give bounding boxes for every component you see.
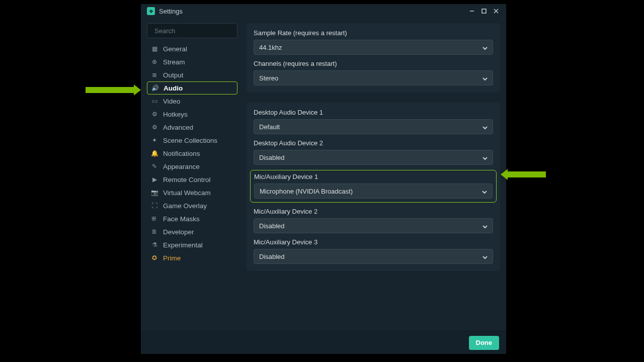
shield-icon: ⛨ (151, 215, 158, 222)
select-value: Stereo (259, 74, 278, 82)
sidebar-item-notifications[interactable]: 🔔Notifications (147, 147, 237, 160)
field-label: Channels (requires a restart) (254, 60, 493, 67)
sidebar-item-general[interactable]: ▦General (147, 42, 237, 55)
sidebar-item-face-masks[interactable]: ⛨Face Masks (147, 212, 237, 225)
field: Mic/Auxiliary Device 1Microphone (NVIDIA… (250, 170, 497, 203)
sidebar-item-label: Developer (163, 228, 194, 236)
sparkle-icon: ✦ (151, 137, 158, 144)
sidebar-item-output[interactable]: ≣Output (147, 68, 237, 81)
select-value: Default (259, 123, 280, 131)
sidebar-item-label: Prime (163, 254, 181, 262)
select-value: Microphone (NVIDIA Broadcast) (260, 188, 353, 195)
sidebar-item-label: Audio (164, 84, 183, 92)
sidebar-item-audio[interactable]: 🔊Audio (147, 81, 237, 95)
settings-group: Sample Rate (requires a restart)44.1khzC… (247, 23, 500, 93)
grid-icon: ▦ (151, 45, 158, 52)
globe-icon: ⊕ (151, 58, 158, 65)
svg-rect-1 (482, 9, 486, 13)
settings-window: ❖ Settings ▦General⊕Stream≣Output🔊Audio▭… (141, 4, 506, 354)
flask-icon: ⚗ (151, 241, 158, 248)
annotation-arrow-left (86, 86, 141, 94)
sidebar-item-developer[interactable]: 🗎Developer (147, 225, 237, 238)
sidebar-item-label: Advanced (163, 124, 193, 131)
camera-icon: 📷 (151, 189, 158, 196)
select-dropdown[interactable]: Disabled (254, 150, 493, 165)
sidebar-item-remote-control[interactable]: ▶Remote Control (147, 173, 237, 186)
sidebar-item-video[interactable]: ▭Video (147, 95, 237, 108)
sidebar-item-scene-collections[interactable]: ✦Scene Collections (147, 134, 237, 147)
sidebar-item-game-overlay[interactable]: ⛶Game Overlay (147, 199, 237, 212)
field-label: Mic/Auxiliary Device 3 (254, 238, 493, 246)
sidebar-item-label: Game Overlay (163, 202, 207, 210)
file-icon: 🗎 (151, 228, 158, 235)
sidebar-nav: ▦General⊕Stream≣Output🔊Audio▭Video⚙Hotke… (147, 42, 237, 264)
select-value: Disabled (259, 222, 285, 230)
select-dropdown[interactable]: Disabled (254, 249, 493, 264)
expand-icon: ⛶ (151, 202, 158, 209)
sidebar: ▦General⊕Stream≣Output🔊Audio▭Video⚙Hotke… (147, 23, 237, 331)
sidebar-item-label: Output (163, 71, 184, 79)
sidebar-item-label: Remote Control (163, 176, 211, 184)
sidebar-item-stream[interactable]: ⊕Stream (147, 55, 237, 68)
field: Channels (requires a restart)Stereo (254, 60, 493, 85)
gear-icon: ⚙ (151, 111, 158, 118)
footer: Done (141, 331, 506, 354)
field-label: Mic/Auxiliary Device 1 (254, 173, 493, 180)
main-panel: Sample Rate (requires a restart)44.1khzC… (247, 23, 500, 331)
close-button[interactable] (490, 5, 502, 17)
sidebar-item-label: Hotkeys (163, 111, 188, 118)
field-label: Desktop Audio Device 2 (254, 139, 493, 147)
settings-group: Desktop Audio Device 1DefaultDesktop Aud… (247, 103, 500, 271)
select-dropdown[interactable]: Microphone (NVIDIA Broadcast) (254, 184, 493, 199)
chevron-down-icon (482, 223, 488, 228)
done-button[interactable]: Done (469, 336, 500, 350)
select-value: Disabled (259, 253, 285, 260)
speaker-icon: 🔊 (151, 84, 158, 92)
field: Desktop Audio Device 1Default (254, 109, 493, 134)
minimize-button[interactable] (466, 5, 478, 17)
sidebar-item-virtual-webcam[interactable]: 📷Virtual Webcam (147, 186, 237, 199)
titlebar: ❖ Settings (141, 4, 506, 18)
field-label: Mic/Auxiliary Device 2 (254, 208, 493, 215)
field-label: Desktop Audio Device 1 (254, 109, 493, 116)
bell-icon: 🔔 (151, 150, 158, 157)
search-input[interactable] (154, 27, 239, 35)
sidebar-item-label: General (163, 45, 187, 53)
search-box[interactable] (147, 23, 237, 38)
sliders-icon: ⚙ (151, 124, 158, 131)
annotation-arrow-right (501, 171, 546, 178)
chevron-down-icon (482, 45, 488, 50)
select-value: Disabled (259, 154, 285, 161)
field: Mic/Auxiliary Device 2Disabled (254, 208, 493, 233)
sidebar-item-label: Experimental (163, 241, 203, 249)
star-icon: ✪ (151, 254, 158, 261)
layers-icon: ≣ (151, 71, 158, 78)
maximize-button[interactable] (478, 5, 490, 17)
field: Mic/Auxiliary Device 3Disabled (254, 238, 493, 264)
chevron-down-icon (482, 254, 488, 259)
select-dropdown[interactable]: Stereo (254, 70, 493, 85)
app-icon: ❖ (147, 7, 155, 15)
select-dropdown[interactable]: 44.1khz (254, 40, 493, 55)
sidebar-item-appearance[interactable]: ✎Appearance (147, 160, 237, 173)
field: Desktop Audio Device 2Disabled (254, 139, 493, 165)
sidebar-item-label: Appearance (163, 163, 200, 170)
chevron-down-icon (482, 189, 487, 194)
sidebar-item-label: Scene Collections (163, 137, 217, 144)
chevron-down-icon (482, 124, 488, 129)
sidebar-item-label: Face Masks (163, 215, 200, 223)
field-label: Sample Rate (requires a restart) (254, 29, 493, 37)
sidebar-item-label: Notifications (163, 150, 200, 157)
sidebar-item-experimental[interactable]: ⚗Experimental (147, 238, 237, 251)
sidebar-item-label: Video (163, 98, 180, 105)
window-title: Settings (159, 8, 466, 15)
chevron-down-icon (482, 155, 488, 160)
field: Sample Rate (requires a restart)44.1khz (254, 29, 493, 55)
chevron-down-icon (482, 75, 488, 80)
sidebar-item-prime[interactable]: ✪Prime (147, 251, 237, 264)
sidebar-item-advanced[interactable]: ⚙Advanced (147, 121, 237, 134)
sidebar-item-label: Stream (163, 58, 185, 66)
select-dropdown[interactable]: Disabled (254, 218, 493, 233)
select-dropdown[interactable]: Default (254, 119, 493, 134)
sidebar-item-hotkeys[interactable]: ⚙Hotkeys (147, 108, 237, 121)
